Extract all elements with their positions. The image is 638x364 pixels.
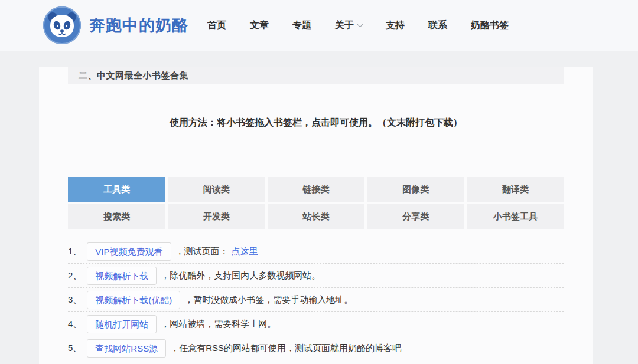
category-tab[interactable]: 图像类 — [367, 177, 464, 202]
panda-logo-icon[interactable] — [43, 6, 82, 45]
usage-note: 使用方法：将小书签拖入书签栏，点击即可使用。（文末附打包下载） — [68, 117, 564, 129]
nav-item-1[interactable]: 文章 — [250, 19, 269, 32]
bookmarklet-link[interactable]: 视频解析下载(优酷) — [87, 291, 180, 309]
list-item: 5、查找网站RSS源，任意有RSS的网站都可使用，测试页面就用奶酪的博客吧 — [68, 336, 564, 360]
bookmarklet-link[interactable]: 查找网站RSS源 — [87, 339, 166, 358]
category-tab[interactable]: 阅读类 — [168, 177, 265, 202]
nav-item-4[interactable]: 支持 — [386, 19, 405, 32]
category-tab[interactable]: 分享类 — [367, 204, 464, 229]
item-description: ，测试页面： — [175, 246, 229, 257]
item-number: 2、 — [68, 270, 82, 281]
item-number: 4、 — [68, 319, 82, 330]
category-tab[interactable]: 链接类 — [268, 177, 365, 202]
bookmarklet-list: 1、VIP视频免费观看，测试页面：点这里2、视频解析下载，除优酷外，支持国内大多… — [68, 240, 564, 360]
item-number: 5、 — [68, 343, 82, 354]
nav-item-0[interactable]: 首页 — [207, 19, 226, 32]
nav-item-label: 联系 — [428, 19, 447, 32]
list-item: 3、视频解析下载(优酷)，暂时没做成小书签，需要手动输入地址。 — [68, 288, 564, 312]
category-tab[interactable]: 站长类 — [268, 204, 365, 229]
nav-item-label: 支持 — [386, 19, 405, 32]
content-area: 二、中文网最全小书签合集 使用方法：将小书签拖入书签栏，点击即可使用。（文末附打… — [39, 67, 593, 364]
nav-item-label: 首页 — [207, 19, 226, 32]
nav-item-label: 文章 — [250, 19, 269, 32]
bookmarklet-link[interactable]: 随机打开网站 — [87, 315, 157, 333]
nav-item-label: 专题 — [292, 19, 311, 32]
bookmarklet-link[interactable]: 视频解析下载 — [87, 267, 157, 285]
item-number: 1、 — [68, 246, 82, 257]
item-description: ，任意有RSS的网站都可使用，测试页面就用奶酪的博客吧 — [170, 343, 401, 354]
category-tab[interactable]: 工具类 — [68, 177, 165, 202]
test-page-link[interactable]: 点这里 — [232, 246, 258, 257]
item-description: ，除优酷外，支持国内大多数视频网站。 — [161, 270, 320, 281]
nav-item-label: 奶酪书签 — [471, 19, 509, 32]
site-header: 奔跑中的奶酪 首页文章专题关于支持联系奶酪书签 — [0, 0, 638, 51]
nav-item-5[interactable]: 联系 — [428, 19, 447, 32]
section-heading: 二、中文网最全小书签合集 — [68, 67, 564, 84]
section-heading-text: 二、中文网最全小书签合集 — [79, 70, 188, 80]
list-item: 2、视频解析下载，除优酷外，支持国内大多数视频网站。 — [68, 264, 564, 288]
bookmarklet-link[interactable]: VIP视频免费观看 — [87, 242, 171, 261]
item-description: ，网站被墙，需要科学上网。 — [161, 319, 276, 330]
nav-item-3[interactable]: 关于 — [335, 19, 362, 32]
site-title[interactable]: 奔跑中的奶酪 — [89, 15, 188, 36]
main-nav: 首页文章专题关于支持联系奶酪书签 — [207, 19, 532, 32]
nav-item-2[interactable]: 专题 — [292, 19, 311, 32]
item-number: 3、 — [68, 294, 82, 306]
chevron-down-icon — [357, 21, 363, 27]
item-description: ，暂时没做成小书签，需要手动输入地址。 — [184, 294, 353, 306]
category-tab[interactable]: 搜索类 — [68, 204, 165, 229]
category-tab[interactable]: 翻译类 — [467, 177, 564, 202]
nav-item-label: 关于 — [335, 19, 354, 32]
category-tabs: 工具类阅读类链接类图像类翻译类搜索类开发类站长类分享类小书签工具 — [68, 177, 564, 229]
category-tab[interactable]: 开发类 — [168, 204, 265, 229]
list-item: 4、随机打开网站，网站被墙，需要科学上网。 — [68, 312, 564, 336]
list-item: 1、VIP视频免费观看，测试页面：点这里 — [68, 240, 564, 264]
nav-item-6[interactable]: 奶酪书签 — [471, 19, 509, 32]
category-tab[interactable]: 小书签工具 — [467, 204, 564, 229]
